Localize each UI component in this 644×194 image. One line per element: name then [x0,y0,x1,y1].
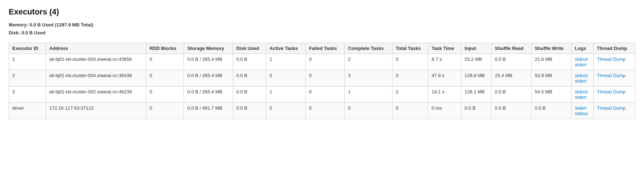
thread-dump-link[interactable]: Thread Dump [597,105,626,111]
disk-info: Disk: 0.0 B Used [9,29,635,37]
cell-logs: stdoutstderr [571,87,593,103]
log-link-stderr[interactable]: stderr [575,78,587,84]
col-header-total-tasks: Total Tasks [392,43,428,54]
cell-executor-id: 2 [9,70,46,87]
cell-address: 172.16.117.63:37112 [46,103,146,119]
cell-shuffle-read: 0.0 B [491,87,531,103]
thread-dump-link[interactable]: Thread Dump [597,89,626,94]
col-header-rdd-blocks: RDD Blocks [146,43,184,54]
cell-shuffle-read: 25.4 MB [491,70,531,87]
table-row: driver172.16.117.63:3711200.0 B / 491.7 … [9,103,635,119]
col-header-logs: Logs [571,43,593,54]
cell-complete-tasks: 0 [344,103,392,119]
cell-disk-used: 0.0 B [233,103,266,119]
cell-address: ali-bj01-tst-cluster-002.xiweiai.cn:4623… [46,87,146,103]
log-link-stdout[interactable]: stdout [575,56,588,62]
cell-shuffle-write: 0.0 B [531,103,571,119]
log-link-stderr[interactable]: stderr [575,105,587,111]
cell-input: 0.0 B [461,103,491,119]
table-row: 2ali-bj01-tst-cluster-004.xiweiai.cn:364… [9,70,635,87]
col-header-shuffle-write: Shuffle Write [531,43,571,54]
cell-complete-tasks: 1 [344,87,392,103]
cell-disk-used: 0.0 B [233,87,266,103]
cell-task-time: 14.1 s [428,87,461,103]
cell-shuffle-write: 21.6 MB [531,54,571,70]
cell-task-time: 0 ms [428,103,461,119]
cell-rdd-blocks: 0 [146,70,184,87]
cell-storage-memory: 0.0 B / 265.4 MB [184,87,233,103]
cell-input: 128.8 MB [461,70,491,87]
cell-logs: stderrstdout [571,103,593,119]
cell-address: ali-bj01-tst-cluster-004.xiweiai.cn:3643… [46,70,146,87]
col-header-task-time: Task Time [428,43,461,54]
cell-input: 128.1 MB [461,87,491,103]
col-header-complete-tasks: Complete Tasks [344,43,392,54]
log-link-stderr[interactable]: stderr [575,94,587,100]
cell-complete-tasks: 2 [344,54,392,70]
log-link-stdout[interactable]: stdout [575,89,588,94]
cell-thread-dump: Thread Dump [593,87,635,103]
col-header-storage-memory: Storage Memory [184,43,233,54]
cell-active-tasks: 1 [266,87,305,103]
cell-rdd-blocks: 0 [146,54,184,70]
table-row: 1ali-bj01-tst-cluster-003.xiweiai.cn:438… [9,54,635,70]
memory-label: Memory: [9,22,28,28]
thread-dump-link[interactable]: Thread Dump [597,56,626,62]
col-header-disk-used: Disk Used [233,43,266,54]
cell-active-tasks: 0 [266,70,305,87]
cell-task-time: 8.7 s [428,54,461,70]
page-title: Executors (4) [9,7,635,17]
cell-total-tasks: 2 [392,87,428,103]
cell-shuffle-write: 54.5 MB [531,87,571,103]
cell-total-tasks: 3 [392,70,428,87]
cell-shuffle-write: 53.9 MB [531,70,571,87]
cell-shuffle-read: 0.0 B [491,103,531,119]
col-header-shuffle-read: Shuffle Read [491,43,531,54]
meta-info: Memory: 0.0 B Used (1287.9 MB Total) Dis… [9,21,635,37]
cell-executor-id: 3 [9,87,46,103]
cell-executor-id: 1 [9,54,46,70]
cell-shuffle-read: 0.0 B [491,54,531,70]
cell-thread-dump: Thread Dump [593,103,635,119]
executors-table: Executor ID Address RDD Blocks Storage M… [9,43,635,119]
cell-failed-tasks: 0 [306,87,345,103]
col-header-input: Input [461,43,491,54]
cell-storage-memory: 0.0 B / 491.7 MB [184,103,233,119]
cell-active-tasks: 1 [266,54,305,70]
col-header-thread-dump: Thread Dump [593,43,635,54]
disk-label: Disk: [9,30,20,35]
col-header-active-tasks: Active Tasks [266,43,305,54]
log-link-stdout[interactable]: stdout [575,111,588,116]
cell-failed-tasks: 0 [306,103,345,119]
cell-failed-tasks: 0 [306,54,345,70]
cell-failed-tasks: 0 [306,70,345,87]
cell-active-tasks: 0 [266,103,305,119]
cell-complete-tasks: 3 [344,70,392,87]
col-header-address: Address [46,43,146,54]
col-header-failed-tasks: Failed Tasks [306,43,345,54]
cell-task-time: 47.9 s [428,70,461,87]
cell-storage-memory: 0.0 B / 265.4 MB [184,70,233,87]
log-link-stdout[interactable]: stdout [575,73,588,78]
cell-disk-used: 0.0 B [233,70,266,87]
cell-total-tasks: 3 [392,54,428,70]
cell-logs: stdoutstderr [571,54,593,70]
cell-executor-id: driver [9,103,46,119]
cell-total-tasks: 0 [392,103,428,119]
memory-value: 0.0 B Used (1287.9 MB Total) [30,22,93,28]
cell-logs: stdoutstderr [571,70,593,87]
cell-storage-memory: 0.0 B / 265.4 MB [184,54,233,70]
cell-rdd-blocks: 0 [146,103,184,119]
cell-thread-dump: Thread Dump [593,70,635,87]
log-link-stderr[interactable]: stderr [575,62,587,67]
col-header-executor-id: Executor ID [9,43,46,54]
cell-address: ali-bj01-tst-cluster-003.xiweiai.cn:4385… [46,54,146,70]
thread-dump-link[interactable]: Thread Dump [597,73,626,78]
cell-input: 53.2 MB [461,54,491,70]
disk-value: 0.0 B Used [21,30,45,35]
memory-info: Memory: 0.0 B Used (1287.9 MB Total) [9,21,635,29]
cell-rdd-blocks: 0 [146,87,184,103]
table-row: 3ali-bj01-tst-cluster-002.xiweiai.cn:462… [9,87,635,103]
table-header-row: Executor ID Address RDD Blocks Storage M… [9,43,635,54]
cell-disk-used: 0.0 B [233,54,266,70]
